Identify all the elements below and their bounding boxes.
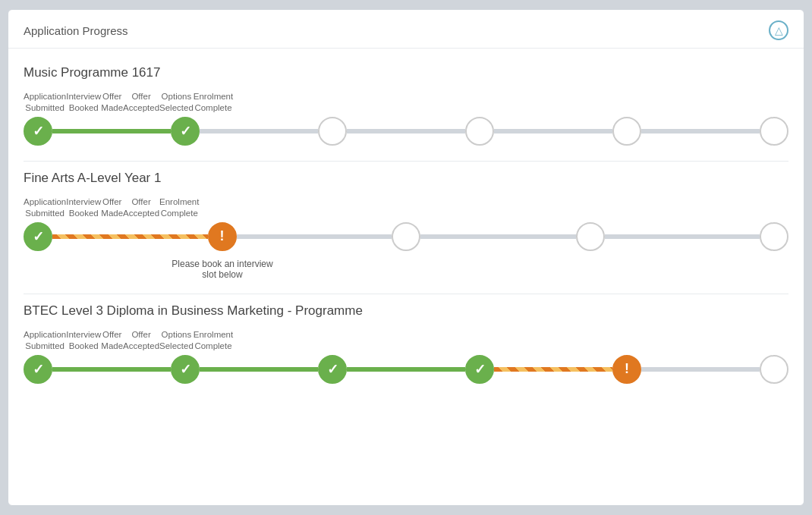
step-node-1: !	[208, 222, 237, 251]
application-progress-card: Application Progress △ Music Programme 1…	[8, 9, 804, 506]
connector-1	[200, 367, 318, 372]
step-label-text: InterviewBooked	[66, 91, 101, 114]
steps-labels-row: ApplicationSubmittedInterviewBookedOffer…	[24, 196, 788, 219]
chevron-icon: △	[775, 24, 783, 36]
step-label-text: InterviewBooked	[66, 329, 101, 352]
checkmark-icon: ✓	[33, 361, 44, 378]
step-label-1: InterviewBooked	[66, 91, 101, 114]
step-label-1: InterviewBooked	[66, 329, 101, 352]
step-label-text: ApplicationSubmitted	[24, 196, 66, 219]
step-node-2	[392, 222, 420, 251]
connector-3	[605, 234, 760, 239]
connector-3	[494, 129, 612, 133]
programme-section-finearts: Fine Arts A-Level Year 1ApplicationSubmi…	[24, 161, 788, 278]
section-divider	[24, 161, 788, 162]
warning-icon: !	[625, 361, 629, 377]
step-label-text: OptionsSelected	[159, 329, 194, 352]
steps-nodes-row: ✓✓	[24, 117, 788, 146]
step-node-0: ✓	[24, 117, 52, 146]
connector-1	[200, 129, 318, 133]
step-node-5	[760, 355, 788, 384]
step-label-3: OfferAccepted	[123, 91, 159, 114]
connector-2	[420, 234, 576, 239]
step-label-text: OfferAccepted	[123, 196, 159, 219]
step-label-text: OfferAccepted	[123, 329, 159, 352]
step-label-4: OptionsSelected	[159, 91, 194, 114]
step-label-0: ApplicationSubmitted	[24, 329, 66, 352]
step-label-2: OfferMade	[101, 329, 123, 352]
connector-1	[237, 234, 392, 239]
step-node-2	[318, 117, 347, 146]
step-label-5: EnrolmentComplete	[194, 329, 233, 352]
warning-note: Please book an interviewslot below	[169, 259, 275, 280]
checkmark-icon: ✓	[33, 123, 44, 140]
checkmark-icon: ✓	[327, 361, 338, 378]
step-label-4: EnrolmentComplete	[159, 196, 199, 219]
step-label-0: ApplicationSubmitted	[24, 196, 66, 219]
connector-3	[494, 367, 612, 372]
connector-0	[52, 367, 171, 372]
step-label-text: InterviewBooked	[66, 196, 101, 219]
step-label-text: OfferMade	[101, 329, 123, 352]
step-label-text: EnrolmentComplete	[159, 196, 199, 219]
connector-4	[641, 129, 760, 133]
step-node-3	[576, 222, 605, 251]
connector-2	[347, 129, 465, 133]
step-label-text: OfferMade	[101, 196, 123, 219]
step-label-text: ApplicationSubmitted	[24, 329, 66, 352]
step-label-3: OfferAccepted	[123, 196, 159, 219]
step-node-3: ✓	[465, 355, 494, 384]
step-node-1: ✓	[171, 355, 200, 384]
step-label-text: OfferAccepted	[123, 91, 159, 114]
steps-nodes-row: ✓!	[24, 222, 788, 251]
steps-labels-row: ApplicationSubmittedInterviewBookedOffer…	[24, 329, 788, 352]
step-node-5	[760, 117, 788, 146]
step-label-2: OfferMade	[101, 196, 123, 219]
connector-4	[641, 367, 760, 372]
checkmark-icon: ✓	[474, 361, 486, 378]
checkmark-icon: ✓	[180, 361, 191, 378]
warning-icon: !	[220, 228, 225, 244]
step-label-text: OfferMade	[101, 91, 123, 114]
step-label-3: OfferAccepted	[123, 329, 159, 352]
programme-section-music: Music Programme 1617ApplicationSubmitted…	[24, 65, 788, 146]
step-node-0: ✓	[24, 355, 52, 384]
step-node-3	[465, 117, 494, 146]
step-node-1: ✓	[171, 117, 200, 146]
step-label-text: ApplicationSubmitted	[24, 91, 66, 114]
step-label-1: InterviewBooked	[66, 196, 101, 219]
checkmark-icon: ✓	[33, 228, 44, 245]
card-header: Application Progress △	[8, 10, 804, 49]
step-label-4: OptionsSelected	[159, 329, 194, 352]
step-node-0: ✓	[24, 222, 52, 251]
step-node-4	[760, 222, 788, 251]
programme-title-btec: BTEC Level 3 Diploma in Business Marketi…	[24, 303, 788, 319]
step-label-2: OfferMade	[101, 91, 123, 114]
card-body: Music Programme 1617ApplicationSubmitted…	[8, 49, 804, 414]
section-divider	[24, 294, 788, 294]
collapse-button[interactable]: △	[769, 20, 788, 40]
connector-0	[52, 129, 171, 133]
step-label-text: OptionsSelected	[159, 91, 194, 114]
step-label-5: EnrolmentComplete	[194, 91, 233, 114]
checkmark-icon: ✓	[180, 123, 191, 140]
programme-title-finearts: Fine Arts A-Level Year 1	[24, 171, 788, 186]
step-node-4	[612, 117, 641, 146]
steps-nodes-row: ✓✓✓✓!	[24, 355, 788, 384]
programme-section-btec: BTEC Level 3 Diploma in Business Marketi…	[24, 294, 788, 384]
step-label-text: EnrolmentComplete	[194, 91, 233, 114]
step-label-0: ApplicationSubmitted	[24, 91, 66, 114]
connector-0	[52, 234, 208, 239]
step-node-4: !	[612, 355, 641, 384]
warning-note-wrapper: Please book an interviewslot below	[24, 251, 788, 278]
connector-2	[347, 367, 465, 372]
card-title: Application Progress	[24, 24, 128, 37]
step-node-2: ✓	[318, 355, 347, 384]
steps-labels-row: ApplicationSubmittedInterviewBookedOffer…	[24, 91, 788, 114]
programme-title-music: Music Programme 1617	[24, 65, 788, 80]
step-label-text: EnrolmentComplete	[194, 329, 233, 352]
